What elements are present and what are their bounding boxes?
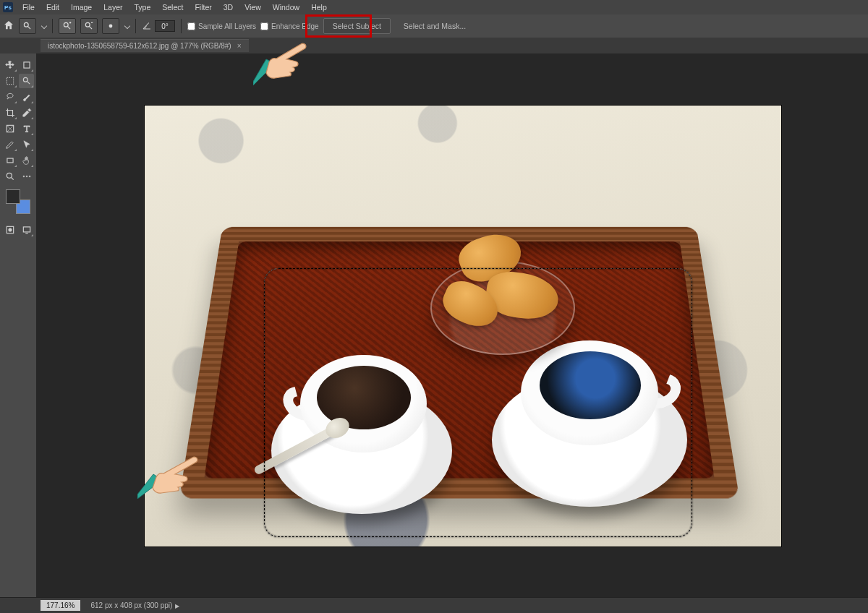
menu-file[interactable]: File <box>17 1 40 14</box>
options-bar: Sample All Layers Enhance Edge Select Su… <box>0 14 868 38</box>
document-tab[interactable]: istockphoto-1350658759-612x612.jpg @ 177… <box>41 39 249 52</box>
svg-point-11 <box>26 176 27 177</box>
document-tab-strip: istockphoto-1350658759-612x612.jpg @ 177… <box>0 38 868 53</box>
eyedropper-tool[interactable] <box>19 106 34 120</box>
menu-view[interactable]: View <box>239 1 266 14</box>
menu-window[interactable]: Window <box>268 1 305 14</box>
current-tool-icon[interactable] <box>19 18 36 34</box>
marquee-tool[interactable] <box>2 74 17 88</box>
menu-edit[interactable]: Edit <box>41 1 64 14</box>
svg-rect-15 <box>23 227 30 232</box>
divider <box>135 19 136 33</box>
work-area <box>0 53 868 597</box>
pen-tool[interactable] <box>2 137 17 152</box>
artboard-tool[interactable] <box>19 58 34 72</box>
move-tool[interactable] <box>2 58 17 72</box>
select-and-mask-button[interactable]: Select and Mask... <box>395 19 475 33</box>
close-icon[interactable]: × <box>237 42 242 50</box>
brush-size-icon[interactable] <box>102 18 119 34</box>
svg-point-3 <box>109 25 113 28</box>
svg-rect-5 <box>7 77 13 84</box>
path-selection-tool[interactable] <box>19 137 34 152</box>
zoom-tool[interactable] <box>2 169 17 184</box>
quick-selection-tool[interactable] <box>19 74 34 88</box>
enhance-edge-label: Enhance Edge <box>271 22 319 30</box>
svg-rect-4 <box>23 62 29 68</box>
divider <box>52 19 53 33</box>
edit-toolbar-button[interactable] <box>19 169 34 184</box>
subtract-from-selection-icon[interactable] <box>80 18 98 34</box>
quick-mask-toggle[interactable] <box>2 223 17 237</box>
lasso-tool[interactable] <box>2 90 17 104</box>
svg-point-14 <box>8 228 12 232</box>
document-tab-label: istockphoto-1350658759-612x612.jpg @ 177… <box>48 42 231 50</box>
zoom-level-field[interactable]: 177.16% <box>41 600 80 611</box>
menu-select[interactable]: Select <box>157 1 188 14</box>
svg-point-6 <box>23 77 27 82</box>
crop-tool[interactable] <box>2 106 17 120</box>
menu-bar: Ps File Edit Image Layer Type Select Fil… <box>0 0 868 14</box>
chevron-right-icon[interactable]: ▶ <box>175 603 179 609</box>
type-tool[interactable] <box>19 121 34 136</box>
menu-3d[interactable]: 3D <box>218 1 238 14</box>
status-bar: 177.16% 612 px x 408 px (300 ppi)▶ <box>0 597 868 613</box>
menu-layer[interactable]: Layer <box>98 1 127 14</box>
svg-point-9 <box>7 173 12 178</box>
document-dimensions-label: 612 px x 408 px (300 ppi)▶ <box>90 601 179 609</box>
svg-point-2 <box>85 22 90 27</box>
menu-help[interactable]: Help <box>306 1 332 14</box>
sample-all-layers-label: Sample All Layers <box>198 22 256 30</box>
foreground-color-swatch[interactable] <box>6 189 20 204</box>
svg-point-10 <box>23 176 25 177</box>
home-icon[interactable] <box>3 20 14 33</box>
svg-point-12 <box>29 176 30 177</box>
tool-preset-dropdown-icon[interactable] <box>41 23 47 29</box>
brush-picker-dropdown-icon[interactable] <box>124 23 130 29</box>
enhance-edge-checkbox[interactable]: Enhance Edge <box>260 22 319 30</box>
app-icon: Ps <box>3 2 13 12</box>
frame-tool[interactable] <box>2 121 17 136</box>
menu-filter[interactable]: Filter <box>190 1 216 14</box>
add-to-selection-icon[interactable] <box>59 18 76 34</box>
brush-tool[interactable] <box>19 90 34 104</box>
document-image[interactable] <box>145 106 781 546</box>
rectangle-tool[interactable] <box>2 153 17 168</box>
canvas[interactable] <box>36 53 868 597</box>
svg-point-0 <box>24 22 28 27</box>
select-subject-button[interactable]: Select Subject <box>323 18 391 34</box>
toolbox <box>0 53 36 597</box>
menu-type[interactable]: Type <box>129 1 156 14</box>
image-coffee-right <box>540 351 641 419</box>
divider <box>181 19 182 33</box>
brush-angle-field[interactable] <box>155 20 175 32</box>
svg-rect-8 <box>7 158 12 163</box>
svg-point-1 <box>64 22 68 27</box>
screen-mode-toggle[interactable] <box>19 223 34 237</box>
angle-icon <box>142 20 152 32</box>
menu-image[interactable]: Image <box>66 1 97 14</box>
hand-tool[interactable] <box>19 153 34 168</box>
color-swatches[interactable] <box>6 189 30 214</box>
sample-all-layers-checkbox[interactable]: Sample All Layers <box>187 22 256 30</box>
